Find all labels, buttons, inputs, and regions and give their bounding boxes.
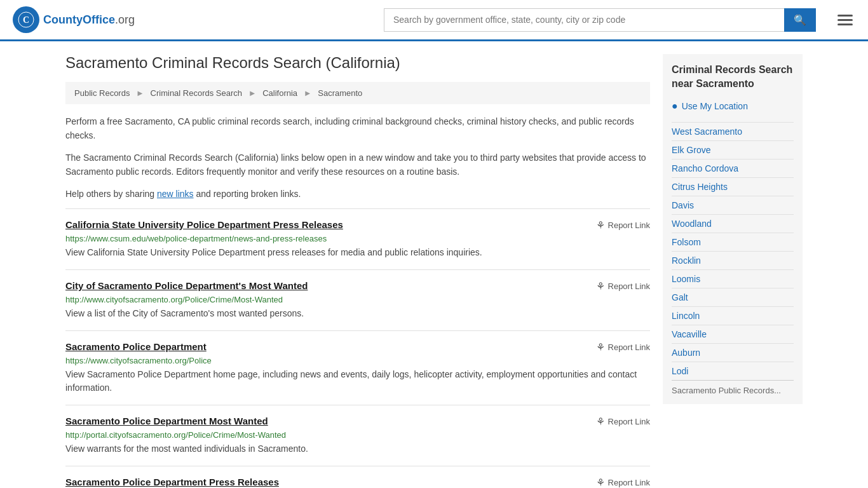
sidebar-link-5[interactable]: Woodland [672,219,712,229]
sidebar-link-12[interactable]: Auburn [672,348,700,358]
sidebar-list-item: Elk Grove [672,140,794,159]
report-label-4: Report Link [608,478,650,487]
main-content: Sacramento Criminal Records Search (Cali… [53,41,815,488]
result-desc-2: View Sacramento Police Department home p… [65,368,650,395]
location-icon: ● [672,100,678,112]
result-url-3[interactable]: http://portal.cityofsacramento.org/Polic… [65,430,650,440]
result-item: City of Sacramento Police Department's M… [65,269,650,330]
result-title-1[interactable]: City of Sacramento Police Department's M… [65,280,308,291]
sidebar-list-item: Loomis [672,269,794,288]
sidebar-list-item: Davis [672,196,794,214]
sidebar-list-item: Folsom [672,233,794,251]
menu-icon-line2 [837,19,853,21]
report-icon-2: ⚘ [596,341,605,353]
sidebar-list-item: West Sacramento [672,122,794,140]
result-url-0[interactable]: https://www.csum.edu/web/police-departme… [65,234,650,243]
menu-icon-line1 [837,15,853,17]
sidebar-list-item: Auburn [672,343,794,362]
sidebar-list-item: Lincoln [672,306,794,325]
sidebar-link-9[interactable]: Galt [672,292,688,302]
report-icon-3: ⚘ [596,416,605,428]
report-label-3: Report Link [608,417,650,426]
sidebar-link-10[interactable]: Lincoln [672,311,700,321]
breadcrumb-sep-1: ► [136,88,144,98]
sidebar-list-item: Citrus Heights [672,177,794,196]
use-location-label: Use My Location [682,101,748,111]
result-header-2: Sacramento Police Department ⚘ Report Li… [65,341,650,353]
result-item: Sacramento Police Department Most Wanted… [65,405,650,466]
menu-button[interactable] [835,12,855,28]
results-list: California State University Police Depar… [65,208,650,488]
report-label-0: Report Link [608,220,650,230]
breadcrumb: Public Records ► Criminal Records Search… [65,82,650,104]
report-icon-1: ⚘ [596,280,605,292]
sidebar-link-4[interactable]: Davis [672,200,694,210]
search-button[interactable]: 🔍 [784,8,816,32]
breadcrumb-sacramento[interactable]: Sacramento [318,88,362,98]
report-link-1[interactable]: ⚘ Report Link [596,280,650,292]
result-header-3: Sacramento Police Department Most Wanted… [65,416,650,428]
breadcrumb-sep-3: ► [304,88,312,98]
sidebar-link-3[interactable]: Citrus Heights [672,182,728,192]
result-desc-3: View warrants for the most wanted indivi… [65,442,650,456]
result-item: Sacramento Police Department Press Relea… [65,466,650,488]
description-1: Perform a free Sacramento, CA public cri… [65,114,650,143]
logo-text: CountyOffice.org [43,13,135,27]
breadcrumb-california[interactable]: California [262,88,297,98]
sidebar-bottom: Sacramento Public Records... [672,380,794,395]
report-label-1: Report Link [608,281,650,291]
result-header-4: Sacramento Police Department Press Relea… [65,477,650,488]
menu-icon-line3 [837,24,853,25]
sidebar-link-11[interactable]: Vacaville [672,329,707,339]
new-links-link[interactable]: new links [157,189,194,199]
report-link-3[interactable]: ⚘ Report Link [596,416,650,428]
result-item: Sacramento Police Department ⚘ Report Li… [65,330,650,405]
report-icon-4: ⚘ [596,477,605,488]
sidebar-links: West SacramentoElk GroveRancho CordovaCi… [672,122,794,380]
sidebar-link-13[interactable]: Lodi [672,366,688,376]
result-title-0[interactable]: California State University Police Depar… [65,219,343,230]
sidebar-title: Criminal Records Search near Sacramento [672,63,794,92]
description-3: Help others by sharing new links and rep… [65,187,650,201]
sidebar-link-7[interactable]: Rocklin [672,255,701,266]
sidebar-link-0[interactable]: West Sacramento [672,126,742,137]
breadcrumb-criminal-records[interactable]: Criminal Records Search [151,88,243,98]
result-title-4[interactable]: Sacramento Police Department Press Relea… [65,477,279,487]
report-link-0[interactable]: ⚘ Report Link [596,219,650,231]
breadcrumb-public-records[interactable]: Public Records [74,88,130,98]
content-area: Sacramento Criminal Records Search (Cali… [65,54,650,488]
result-url-1[interactable]: http://www.cityofsacramento.org/Police/C… [65,295,650,304]
report-link-4[interactable]: ⚘ Report Link [596,477,650,488]
report-label-2: Report Link [608,342,650,352]
result-desc-0: View California State University Police … [65,246,650,259]
search-area: 🔍 [384,8,816,32]
sidebar-link-6[interactable]: Folsom [672,237,701,247]
svg-text:C: C [23,15,29,25]
sidebar-link-8[interactable]: Loomis [672,274,700,284]
sidebar-list-item: Rancho Cordova [672,159,794,177]
search-input[interactable] [384,8,784,32]
header: C CountyOffice.org 🔍 [0,0,868,41]
sidebar-link-1[interactable]: Elk Grove [672,145,710,155]
use-location-button[interactable]: ● Use My Location [672,100,794,116]
result-item: California State University Police Depar… [65,208,650,269]
description-2: The Sacramento Criminal Records Search (… [65,151,650,179]
report-icon-0: ⚘ [596,219,605,231]
sidebar-list-item: Lodi [672,362,794,380]
page-title: Sacramento Criminal Records Search (Cali… [65,54,650,72]
result-title-3[interactable]: Sacramento Police Department Most Wanted [65,416,268,426]
result-header-1: City of Sacramento Police Department's M… [65,280,650,292]
sidebar-list-item: Rocklin [672,251,794,269]
logo[interactable]: C CountyOffice.org [13,6,135,33]
result-url-2[interactable]: https://www.cityofsacramento.org/Police [65,356,650,365]
result-title-2[interactable]: Sacramento Police Department [65,341,207,352]
result-desc-1: View a list of the City of Sacramento's … [65,307,650,320]
sidebar-list-item: Vacaville [672,325,794,343]
breadcrumb-sep-2: ► [248,88,257,98]
sidebar-box: Criminal Records Search near Sacramento … [663,54,803,404]
sidebar-link-2[interactable]: Rancho Cordova [672,163,738,173]
search-icon: 🔍 [794,15,806,25]
report-link-2[interactable]: ⚘ Report Link [596,341,650,353]
sidebar-list-item: Woodland [672,214,794,233]
sidebar: Criminal Records Search near Sacramento … [663,54,803,488]
